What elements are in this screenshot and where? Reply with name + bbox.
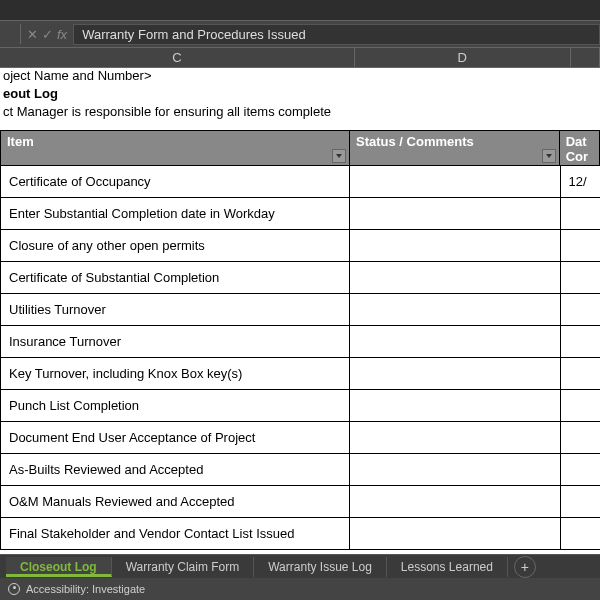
cell-date[interactable]: [561, 198, 600, 229]
cell-status[interactable]: [350, 486, 560, 517]
accessibility-label[interactable]: Accessibility: Investigate: [26, 583, 145, 595]
new-sheet-button[interactable]: +: [514, 556, 536, 578]
column-header-d[interactable]: D: [355, 48, 571, 68]
table-row[interactable]: Enter Substantial Completion date in Wor…: [0, 198, 600, 230]
fx-icon[interactable]: fx: [57, 27, 67, 42]
cell-date[interactable]: [561, 486, 600, 517]
cell-date[interactable]: [561, 294, 600, 325]
app-top-strip: [0, 0, 600, 20]
enter-icon[interactable]: ✓: [42, 27, 53, 42]
status-bar: Accessibility: Investigate: [0, 578, 600, 600]
worksheet-grid[interactable]: oject Name and Number> eout Log ct Manag…: [0, 68, 600, 558]
sheet-tabs: Closeout LogWarranty Claim FormWarranty …: [0, 554, 600, 578]
cell-status[interactable]: [350, 198, 560, 229]
accessibility-icon: [8, 583, 20, 595]
filter-dropdown-icon[interactable]: [542, 149, 556, 163]
cell-date[interactable]: [561, 454, 600, 485]
cell-item[interactable]: Certificate of Occupancy: [0, 166, 350, 197]
table-header-row: Item Status / Comments DatCor: [0, 130, 600, 166]
cell-status[interactable]: [350, 390, 560, 421]
column-header-e[interactable]: [571, 48, 600, 68]
cell-item[interactable]: Closure of any other open permits: [0, 230, 350, 261]
table-row[interactable]: Key Turnover, including Knox Box key(s): [0, 358, 600, 390]
header-item[interactable]: Item: [1, 131, 350, 165]
table-row[interactable]: Utilities Turnover: [0, 294, 600, 326]
filter-dropdown-icon[interactable]: [332, 149, 346, 163]
cell-status[interactable]: [350, 166, 560, 197]
cell-status[interactable]: [350, 230, 560, 261]
cell-date[interactable]: [561, 422, 600, 453]
cell-item[interactable]: Punch List Completion: [0, 390, 350, 421]
formula-bar: ✕ ✓ fx Warranty Form and Procedures Issu…: [0, 20, 600, 48]
sheet-tab[interactable]: Warranty Claim Form: [112, 557, 255, 577]
cell-item[interactable]: As-Builts Reviewed and Accepted: [0, 454, 350, 485]
table-row[interactable]: O&M Manuals Reviewed and Accepted: [0, 486, 600, 518]
cell-date[interactable]: [561, 262, 600, 293]
table-row[interactable]: As-Builts Reviewed and Accepted: [0, 454, 600, 486]
table-row[interactable]: Certificate of Substantial Completion: [0, 262, 600, 294]
cell-item[interactable]: Document End User Acceptance of Project: [0, 422, 350, 453]
cell-log-title[interactable]: eout Log: [3, 86, 600, 104]
cell-item[interactable]: O&M Manuals Reviewed and Accepted: [0, 486, 350, 517]
cell-date[interactable]: [561, 326, 600, 357]
table-row[interactable]: Final Stakeholder and Vendor Contact Lis…: [0, 518, 600, 550]
cancel-icon[interactable]: ✕: [27, 27, 38, 42]
formula-input[interactable]: Warranty Form and Procedures Issued: [73, 24, 600, 45]
cell-project-name[interactable]: oject Name and Number>: [3, 68, 600, 86]
cell-date[interactable]: 12/: [561, 166, 600, 197]
cell-status[interactable]: [350, 326, 560, 357]
cell-status[interactable]: [350, 358, 560, 389]
cell-instruction[interactable]: ct Manager is responsible for ensuring a…: [3, 104, 600, 122]
table-row[interactable]: Closure of any other open permits: [0, 230, 600, 262]
sheet-tab[interactable]: Closeout Log: [6, 557, 112, 577]
cell-status[interactable]: [350, 518, 560, 549]
bottom-bar: Closeout LogWarranty Claim FormWarranty …: [0, 554, 600, 600]
header-item-label: Item: [7, 134, 34, 149]
sheet-tab[interactable]: Warranty Issue Log: [254, 557, 387, 577]
cell-item[interactable]: Certificate of Substantial Completion: [0, 262, 350, 293]
sheet-tab[interactable]: Lessons Learned: [387, 557, 508, 577]
cell-item[interactable]: Insurance Turnover: [0, 326, 350, 357]
table-row[interactable]: Document End User Acceptance of Project: [0, 422, 600, 454]
cell-item[interactable]: Key Turnover, including Knox Box key(s): [0, 358, 350, 389]
table-row[interactable]: Certificate of Occupancy12/: [0, 166, 600, 198]
column-headers: C D: [0, 48, 600, 68]
header-status[interactable]: Status / Comments: [350, 131, 560, 165]
cell-status[interactable]: [350, 262, 560, 293]
cell-item[interactable]: Utilities Turnover: [0, 294, 350, 325]
header-date[interactable]: DatCor: [560, 131, 599, 165]
header-date-label: DatCor: [566, 134, 588, 164]
table-row[interactable]: Insurance Turnover: [0, 326, 600, 358]
header-status-label: Status / Comments: [356, 134, 474, 149]
cell-status[interactable]: [350, 294, 560, 325]
cell-status[interactable]: [350, 422, 560, 453]
cell-date[interactable]: [561, 390, 600, 421]
column-header-c[interactable]: C: [0, 48, 355, 68]
cell-date[interactable]: [561, 230, 600, 261]
cell-item[interactable]: Final Stakeholder and Vendor Contact Lis…: [0, 518, 350, 549]
cell-date[interactable]: [561, 518, 600, 549]
cell-date[interactable]: [561, 358, 600, 389]
cell-item[interactable]: Enter Substantial Completion date in Wor…: [0, 198, 350, 229]
cell-status[interactable]: [350, 454, 560, 485]
table-row[interactable]: Punch List Completion: [0, 390, 600, 422]
